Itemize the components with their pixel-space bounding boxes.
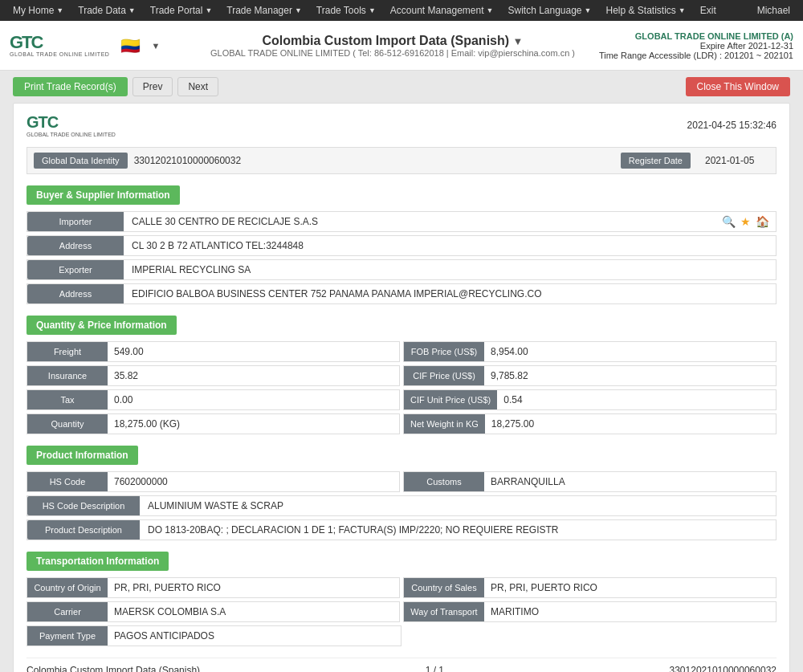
record-datetime: 2021-04-25 15:32:46 xyxy=(687,120,777,131)
header-bar: GTC GLOBAL TRADE ONLINE LIMITED 🇨🇴 ▼ Col… xyxy=(0,21,803,71)
hs-desc-label: HS Code Description xyxy=(27,496,140,515)
chevron-down-icon: ▼ xyxy=(679,6,686,14)
chevron-down-icon: ▼ xyxy=(128,6,136,14)
top-toolbar: Print Trade Record(s) Prev Next Close Th… xyxy=(13,77,790,96)
insurance-value: 35.82 xyxy=(108,366,399,385)
country-sales-row: Country of Sales PR, PRI, PUERTO RICO xyxy=(403,577,777,598)
card-footer: Colombia Custom Import Data (Spanish) 1 … xyxy=(26,658,777,672)
header-subtitle: GLOBAL TRADE ONLINE LIMITED ( Tel: 86-51… xyxy=(186,48,599,58)
country-flag[interactable]: 🇨🇴 xyxy=(116,36,145,55)
nav-exit[interactable]: Exit xyxy=(694,2,723,19)
exporter-row: Exporter IMPERIAL RECYCLING SA xyxy=(26,259,777,280)
transportation-header: Transportation Information xyxy=(26,552,169,571)
transportation-section: Transportation Information Country of Or… xyxy=(26,552,777,646)
quantity-label: Quantity xyxy=(27,414,108,434)
search-icon[interactable]: 🔍 xyxy=(722,215,736,228)
logo-area: GTC GLOBAL TRADE ONLINE LIMITED 🇨🇴 ▼ xyxy=(10,34,186,57)
nav-account-management[interactable]: Account Management ▼ xyxy=(384,2,500,19)
transport-grid: Country of Origin PR, PRI, PUERTO RICO C… xyxy=(26,577,777,622)
quantity-price-section: Quantity & Price Information Freight 549… xyxy=(26,316,777,434)
identity-row: Global Data Identity 3301202101000006003… xyxy=(26,147,777,174)
register-date-label: Register Date xyxy=(621,153,691,169)
cif-row: CIF Price (US$) 9,785.82 xyxy=(403,365,777,386)
address2-label: Address xyxy=(27,284,124,303)
buyer-supplier-section: Buyer & Supplier Information Importer CA… xyxy=(26,185,777,304)
flag-dropdown[interactable]: ▼ xyxy=(151,41,160,51)
tax-label: Tax xyxy=(27,390,108,409)
way-label: Way of Transport xyxy=(404,602,484,621)
fob-label: FOB Price (US$) xyxy=(404,342,484,361)
main-content: Print Trade Record(s) Prev Next Close Th… xyxy=(0,71,803,672)
nav-trade-data[interactable]: Trade Data ▼ xyxy=(71,2,142,19)
fob-value: 8,954.00 xyxy=(484,342,776,361)
fob-row: FOB Price (US$) 8,954.00 xyxy=(403,341,777,362)
expire-date: Expire After 2021-12-31 xyxy=(599,41,793,51)
star-icon[interactable]: ★ xyxy=(740,215,751,228)
address1-value: CL 30 2 B 72 ATLANTICO TEL:3244848 xyxy=(124,236,776,255)
customs-row: Customs BARRANQUILLA xyxy=(403,471,777,492)
chevron-down-icon: ▼ xyxy=(295,6,302,14)
nav-my-home[interactable]: My Home ▼ xyxy=(6,2,70,19)
print-button[interactable]: Print Trade Record(s) xyxy=(13,77,128,96)
nav-links: My Home ▼ Trade Data ▼ Trade Portal ▼ Tr… xyxy=(6,2,723,19)
carrier-label: Carrier xyxy=(27,602,108,621)
importer-label: Importer xyxy=(27,212,124,231)
chevron-down-icon: ▼ xyxy=(369,6,376,14)
nav-switch-language[interactable]: Switch Language ▼ xyxy=(501,2,597,19)
hs-desc-value: ALUMINIUM WASTE & SCRAP xyxy=(140,496,776,515)
close-button[interactable]: Close This Window xyxy=(686,77,790,96)
nav-trade-tools[interactable]: Trade Tools ▼ xyxy=(310,2,382,19)
hs-code-row: HS Code 7602000000 xyxy=(26,471,400,492)
footer-center: 1 / 1 xyxy=(426,665,444,672)
top-navigation: My Home ▼ Trade Data ▼ Trade Portal ▼ Tr… xyxy=(0,0,803,21)
chevron-down-icon: ▼ xyxy=(585,6,592,14)
title-dropdown-icon[interactable]: ▼ xyxy=(513,35,524,47)
cif-unit-row: CIF Unit Price (US$) 0.54 xyxy=(403,389,777,410)
net-weight-value: 18,275.00 xyxy=(485,414,776,434)
customs-label: Customs xyxy=(404,472,484,491)
freight-value: 549.00 xyxy=(108,342,399,361)
global-data-identity-label: Global Data Identity xyxy=(34,153,128,169)
next-button[interactable]: Next xyxy=(177,77,218,96)
importer-row: Importer CALLE 30 CENTRO DE RECICLAJE S.… xyxy=(26,211,777,232)
payment-row: Payment Type PAGOS ANTICIPADOS xyxy=(26,625,402,646)
buyer-supplier-header: Buyer & Supplier Information xyxy=(26,185,180,205)
tax-row: Tax 0.00 xyxy=(26,389,400,410)
quantity-price-header: Quantity & Price Information xyxy=(26,316,177,335)
footer-right: 33012021010000060032 xyxy=(670,665,777,672)
prev-button[interactable]: Prev xyxy=(132,77,173,96)
way-value: MARITIMO xyxy=(484,602,776,621)
gtc-logo: GTC GLOBAL TRADE ONLINE LIMITED xyxy=(10,34,109,57)
prod-desc-row: Product Description DO 1813-20BAQ: ; DEC… xyxy=(26,519,777,540)
net-weight-label: Net Weight in KG xyxy=(404,414,485,434)
prod-desc-label: Product Description xyxy=(27,520,140,540)
address1-label: Address xyxy=(27,236,124,255)
home-icon[interactable]: 🏠 xyxy=(756,215,769,228)
hs-code-value: 7602000000 xyxy=(108,472,399,491)
exporter-value: IMPERIAL RECYCLING SA xyxy=(124,260,776,279)
prod-desc-value: DO 1813-20BAQ: ; DECLARACION 1 DE 1; FAC… xyxy=(140,520,776,540)
way-row: Way of Transport MARITIMO xyxy=(403,601,777,622)
cif-unit-value: 0.54 xyxy=(497,390,776,409)
quantity-row: Quantity 18,275.00 (KG) xyxy=(26,413,400,434)
hs-code-label: HS Code xyxy=(27,472,108,491)
product-section: Product Information HS Code 7602000000 C… xyxy=(26,446,777,540)
time-range: Time Range Accessible (LDR) : 201201 ~ 2… xyxy=(599,51,793,60)
record-card: GTC GLOBAL TRADE ONLINE LIMITED 2021-04-… xyxy=(13,103,790,672)
cif-unit-label: CIF Unit Price (US$) xyxy=(404,390,497,409)
insurance-row: Insurance 35.82 xyxy=(26,365,400,386)
address1-row: Address CL 30 2 B 72 ATLANTICO TEL:32448… xyxy=(26,235,777,256)
nav-help-statistics[interactable]: Help & Statistics ▼ xyxy=(599,2,691,19)
company-name: GLOBAL TRADE ONLINE LIMITED (A) xyxy=(599,31,793,41)
exporter-label: Exporter xyxy=(27,260,124,279)
product-header: Product Information xyxy=(26,446,138,465)
quantity-price-grid: Freight 549.00 FOB Price (US$) 8,954.00 … xyxy=(26,341,777,434)
cif-value: 9,785.82 xyxy=(484,366,776,385)
chevron-down-icon: ▼ xyxy=(487,6,494,14)
nav-trade-portal[interactable]: Trade Portal ▼ xyxy=(144,2,219,19)
nav-trade-manager[interactable]: Trade Manager ▼ xyxy=(220,2,308,19)
row-icons: 🔍 ★ 🏠 xyxy=(715,212,776,231)
global-data-identity-value: 33012021010000060032 xyxy=(134,155,614,166)
header-account-info: GLOBAL TRADE ONLINE LIMITED (A) Expire A… xyxy=(599,31,793,60)
chevron-down-icon: ▼ xyxy=(56,6,63,14)
